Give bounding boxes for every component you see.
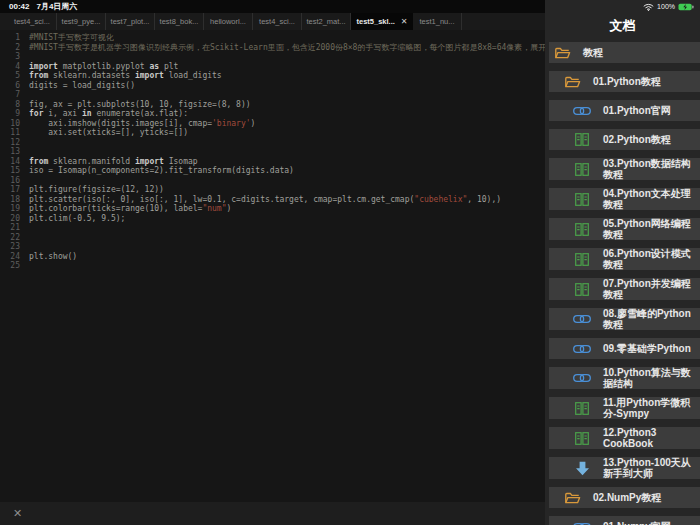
doc-tree-item-label: 04.Python文本处理教程	[603, 188, 695, 210]
editor-tab[interactable]: helloworl...	[204, 13, 253, 30]
doc-tree-item[interactable]: 09.零基础学Python	[549, 338, 700, 359]
editor-tab[interactable]: test7_plot...	[106, 13, 155, 30]
doc-tree-item[interactable]: 11.用Python学微积分-Sympy	[549, 397, 700, 419]
line-number: 11	[0, 128, 20, 138]
editor-tab[interactable]: test5_skl...✕	[351, 13, 413, 30]
doc-tree-item[interactable]: 04.Python文本处理教程	[549, 188, 700, 210]
code-text: digits = load_digits()	[29, 81, 135, 91]
close-panel-icon[interactable]: ✕	[13, 508, 22, 519]
line-number: 8	[0, 100, 20, 110]
code-text: plt.colorbar(ticks=range(10), label="num…	[29, 204, 231, 214]
link-icon	[573, 103, 591, 119]
book-icon	[573, 221, 591, 237]
doc-tree-item[interactable]: 02.NumPy教程	[549, 487, 700, 508]
editor-tab[interactable]: test4_sci...	[253, 13, 302, 30]
doc-tree-item[interactable]: 06.Python设计模式教程	[549, 248, 700, 270]
line-number: 2	[0, 43, 20, 53]
code-text: from sklearn.manifold import Isomap	[29, 157, 198, 167]
code-text	[29, 138, 34, 148]
folder-open-icon	[553, 45, 571, 61]
doc-tree: 教程01.Python教程01.Python官网02.Python教程03.Py…	[545, 42, 700, 525]
book-icon	[573, 251, 591, 267]
tab-label: test4_sci...	[259, 17, 295, 26]
download-arrow-icon	[573, 460, 591, 476]
code-text: plt.clim(-0.5, 9.5);	[29, 214, 125, 224]
doc-tree-item-label: 01.Python官网	[603, 105, 671, 116]
tab-label: test7_plot...	[111, 17, 150, 26]
code-line: 22	[0, 233, 545, 243]
code-line: 12	[0, 138, 545, 148]
book-icon	[573, 400, 591, 416]
line-number: 5	[0, 71, 20, 81]
line-number: 13	[0, 147, 20, 157]
code-text	[29, 176, 34, 186]
link-icon	[573, 311, 591, 327]
code-text: iso = Isomap(n_components=2).fit_transfo…	[29, 166, 294, 176]
code-line: 11 axi.set(xticks=[], yticks=[])	[0, 128, 545, 138]
editor-tab[interactable]: test9_pye...	[57, 13, 106, 30]
book-icon	[573, 161, 591, 177]
doc-tree-item[interactable]: 05.Python网络编程教程	[549, 218, 700, 240]
doc-tree-item[interactable]: 07.Python并发编程教程	[549, 278, 700, 300]
code-text	[29, 90, 34, 100]
code-line: 16	[0, 176, 545, 186]
code-line: 23	[0, 242, 545, 252]
code-line: 6digits = load_digits()	[0, 81, 545, 91]
doc-tree-item-label: 09.零基础学Python	[603, 343, 691, 354]
code-line: 10 axi.imshow(digits.images[i], cmap='bi…	[0, 119, 545, 129]
line-number: 12	[0, 138, 20, 148]
editor-tab[interactable]: test8_bok...	[155, 13, 204, 30]
editor-tab[interactable]: test2_mat...	[302, 13, 351, 30]
doc-tree-item[interactable]: 01.Numpy官网	[549, 516, 700, 525]
sidebar-title: 文档	[545, 17, 700, 35]
line-number: 21	[0, 223, 20, 233]
line-number: 7	[0, 90, 20, 100]
code-text: axi.imshow(digits.images[i], cmap='binar…	[29, 119, 255, 129]
code-line: 15iso = Isomap(n_components=2).fit_trans…	[0, 166, 545, 176]
doc-tree-item[interactable]: 03.Python数据结构教程	[549, 158, 700, 180]
editor-tab[interactable]: test1_nu...	[413, 13, 462, 30]
code-text	[29, 223, 34, 233]
line-number: 19	[0, 204, 20, 214]
status-bar-left: 00:42 7月4日周六	[0, 0, 545, 13]
code-editor[interactable]: 1#MNIST手写数字可视化2#MNIST手写数字是机器学习图像识别经典示例，在…	[0, 30, 545, 502]
doc-tree-item-label: 01.Numpy官网	[603, 521, 671, 525]
code-text: import matplotlib.pyplot as plt	[29, 62, 178, 72]
tab-label: test2_mat...	[306, 17, 345, 26]
doc-tree-item[interactable]: 01.Python教程	[549, 71, 700, 92]
battery-icon	[678, 3, 694, 11]
doc-tree-item[interactable]: 02.Python教程	[549, 129, 700, 150]
doc-tree-item-label: 05.Python网络编程教程	[603, 218, 695, 240]
tab-label: test1_nu...	[419, 17, 454, 26]
link-icon	[573, 341, 591, 357]
code-text: for i, axi in enumerate(ax.flat):	[29, 109, 188, 119]
code-line: 13	[0, 147, 545, 157]
code-text: #MNIST手写数字是机器学习图像识别经典示例，在Scikit-Learn里面，…	[29, 43, 545, 53]
wifi-icon	[643, 3, 654, 11]
doc-tree-item[interactable]: 12.Python3 CookBook	[549, 427, 700, 449]
code-line: 2#MNIST手写数字是机器学习图像识别经典示例，在Scikit-Learn里面…	[0, 43, 545, 53]
close-tab-icon[interactable]: ✕	[401, 17, 408, 26]
code-line: 7	[0, 90, 545, 100]
doc-tree-item[interactable]: 01.Python官网	[549, 100, 700, 121]
doc-tree-item[interactable]: 10.Python算法与数据结构	[549, 367, 700, 389]
doc-tree-item-label: 02.NumPy教程	[593, 492, 661, 503]
line-number: 20	[0, 214, 20, 224]
status-time: 00:42	[9, 2, 29, 11]
doc-tree-item-label: 01.Python教程	[593, 76, 661, 87]
book-icon	[573, 430, 591, 446]
doc-tree-item-label: 07.Python并发编程教程	[603, 278, 695, 300]
code-line: 4import matplotlib.pyplot as plt	[0, 62, 545, 72]
code-text: from sklearn.datasets import load_digits	[29, 71, 222, 81]
code-text	[29, 242, 34, 252]
link-icon	[573, 370, 591, 386]
code-line: 5from sklearn.datasets import load_digit…	[0, 71, 545, 81]
doc-tree-item[interactable]: 教程	[549, 42, 700, 63]
editor-tab[interactable]: test4_sci...	[8, 13, 57, 30]
folder-open-icon	[563, 490, 581, 506]
doc-tree-item[interactable]: 08.廖雪峰的Python教程	[549, 308, 700, 330]
doc-tree-item[interactable]: 13.Python-100天从新手到大师	[549, 457, 700, 479]
code-text: axi.set(xticks=[], yticks=[])	[29, 128, 188, 138]
code-line: 19plt.colorbar(ticks=range(10), label="n…	[0, 204, 545, 214]
line-number: 1	[0, 33, 20, 43]
